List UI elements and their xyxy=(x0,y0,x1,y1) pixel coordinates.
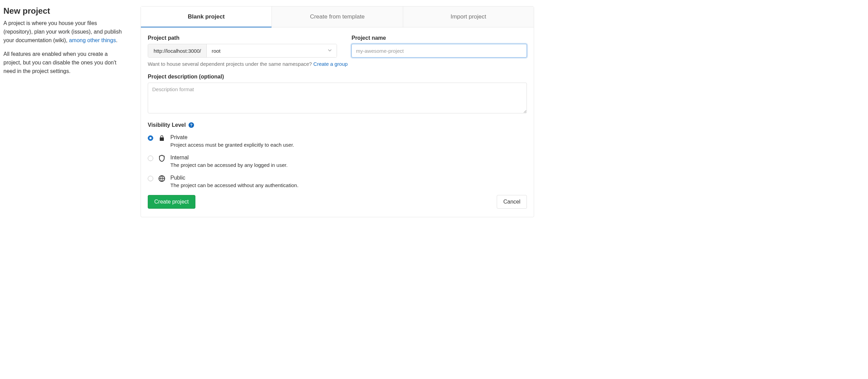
project-path-group: http://localhost:3000/ root xyxy=(148,44,337,58)
among-other-things-link[interactable]: among other things xyxy=(69,37,116,43)
tab-create-from-template[interactable]: Create from template xyxy=(272,7,403,27)
intro-sidebar: New project A project is where you house… xyxy=(3,6,127,217)
visibility-public-desc: The project can be accessed without any … xyxy=(170,182,299,188)
visibility-internal-desc: The project can be accessed by any logge… xyxy=(170,162,288,168)
shield-icon xyxy=(158,155,166,162)
project-description-input[interactable] xyxy=(148,83,527,113)
visibility-option-public[interactable]: Public The project can be accessed witho… xyxy=(148,175,527,188)
visibility-option-private[interactable]: Private Project access must be granted e… xyxy=(148,134,527,148)
tab-import-project[interactable]: Import project xyxy=(403,7,534,27)
chevron-down-icon xyxy=(328,48,332,53)
visibility-level-label: Visibility Level ? xyxy=(148,122,527,128)
namespace-selected-value: root xyxy=(212,48,220,54)
question-circle-icon[interactable]: ? xyxy=(189,122,194,128)
visibility-option-internal[interactable]: Internal The project can be accessed by … xyxy=(148,155,527,168)
project-path-label: Project path xyxy=(148,35,337,41)
new-project-panel: Blank project Create from template Impor… xyxy=(141,6,534,217)
project-path-prefix: http://localhost:3000/ xyxy=(148,44,207,57)
page-title: New project xyxy=(3,6,127,16)
project-type-tabs: Blank project Create from template Impor… xyxy=(141,7,534,27)
radio-public[interactable] xyxy=(148,176,153,181)
project-name-label: Project name xyxy=(351,35,527,41)
visibility-private-label: Private xyxy=(170,134,294,140)
cancel-button[interactable]: Cancel xyxy=(497,195,527,209)
visibility-internal-label: Internal xyxy=(170,155,288,161)
radio-internal[interactable] xyxy=(148,156,153,161)
intro-paragraph: A project is where you house your files … xyxy=(3,19,127,45)
features-paragraph: All features are enabled when you create… xyxy=(3,50,127,75)
visibility-private-desc: Project access must be granted explicitl… xyxy=(170,142,294,148)
project-description-label: Project description (optional) xyxy=(148,74,527,80)
radio-private[interactable] xyxy=(148,135,153,141)
create-project-button[interactable]: Create project xyxy=(148,195,195,209)
namespace-hint: Want to house several dependent projects… xyxy=(148,61,527,67)
lock-icon xyxy=(158,135,166,142)
project-name-input[interactable] xyxy=(351,44,527,58)
create-group-link[interactable]: Create a group xyxy=(313,61,348,67)
tab-blank-project[interactable]: Blank project xyxy=(141,7,272,27)
namespace-select[interactable]: root xyxy=(207,44,337,57)
globe-icon xyxy=(158,175,166,182)
visibility-public-label: Public xyxy=(170,175,299,181)
